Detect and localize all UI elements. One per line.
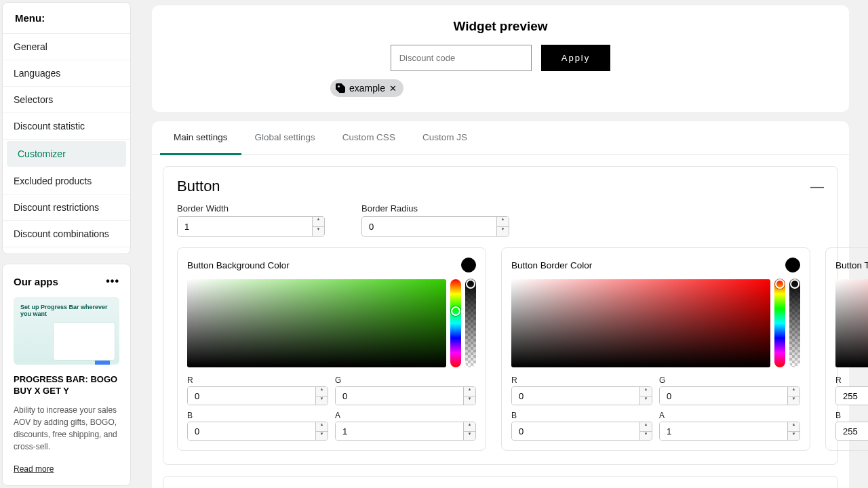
widget-preview-card: Widget preview Apply example ✕ xyxy=(152,5,849,112)
color-swatch[interactable] xyxy=(461,258,476,272)
stepper-up-icon[interactable]: ▲ xyxy=(788,387,800,396)
tag-icon xyxy=(336,83,345,93)
color-title: Button Background Color xyxy=(187,260,290,270)
button-panel: Button — Border Width ▲▼ Border Radius ▲… xyxy=(163,166,838,465)
stepper-down-icon[interactable]: ▼ xyxy=(313,227,324,237)
read-more-link[interactable]: Read more xyxy=(14,464,54,474)
menu-title: Menu: xyxy=(3,3,130,34)
stepper-up-icon[interactable]: ▲ xyxy=(640,387,652,396)
stepper-up-icon[interactable]: ▲ xyxy=(464,422,475,432)
b-input[interactable]: ▲▼ xyxy=(511,422,652,441)
r-label: R xyxy=(187,375,328,385)
color-title: Button Text Color xyxy=(835,260,868,270)
sidebar-item-discount-combinations[interactable]: Discount combinations xyxy=(3,221,130,247)
stepper-down-icon[interactable]: ▼ xyxy=(316,432,328,441)
saturation-picker[interactable] xyxy=(511,279,770,367)
tab-global-settings[interactable]: Global settings xyxy=(241,121,329,155)
border-width-label: Border Width xyxy=(177,203,325,214)
button-panel-title: Button xyxy=(177,178,220,195)
stepper-down-icon[interactable]: ▼ xyxy=(316,396,328,405)
border-radius-input[interactable]: ▲▼ xyxy=(361,216,509,237)
saturation-picker[interactable] xyxy=(187,279,446,367)
menu-card: Menu: GeneralLanguagesSelectorsDiscount … xyxy=(2,2,131,254)
a-label: A xyxy=(335,411,476,420)
stepper-up-icon[interactable]: ▲ xyxy=(464,387,475,396)
app-thumbnail[interactable]: Set up Progress Bar wherever you want xyxy=(14,297,119,365)
settings-card: Main settingsGlobal settingsCustom CSSCu… xyxy=(152,121,849,488)
g-label: G xyxy=(659,375,800,385)
sidebar-item-discount-statistic[interactable]: Discount statistic xyxy=(3,113,130,140)
stepper-up-icon[interactable]: ▲ xyxy=(640,422,652,432)
b-input[interactable]: ▲▼ xyxy=(835,422,868,441)
alpha-slider[interactable] xyxy=(465,279,476,367)
stepper-up-icon[interactable]: ▲ xyxy=(788,422,800,432)
color-card-bg: Button Background Color R▲▼G▲▼B▲▼A▲▼ xyxy=(177,247,486,451)
app-name: PROGRESS BAR: BOGO BUY X GET Y xyxy=(14,374,119,397)
a-label: A xyxy=(659,411,800,420)
sidebar-item-custom-popup[interactable]: Custom popup xyxy=(3,247,130,254)
g-input[interactable]: ▲▼ xyxy=(335,386,476,405)
color-card-text: Button Text Color R▲▼G▲▼B▲▼A▲▼ xyxy=(825,247,868,451)
stepper-up-icon[interactable]: ▲ xyxy=(316,422,328,432)
chip-remove-icon[interactable]: ✕ xyxy=(389,83,397,94)
b-input[interactable]: ▲▼ xyxy=(187,422,328,441)
stepper-up-icon[interactable]: ▲ xyxy=(313,217,324,227)
preview-title: Widget preview xyxy=(168,19,833,34)
a-input[interactable]: ▲▼ xyxy=(335,422,476,441)
a-input[interactable]: ▲▼ xyxy=(659,422,800,441)
apply-button[interactable]: Apply xyxy=(541,45,611,71)
r-input[interactable]: ▲▼ xyxy=(835,386,868,405)
stepper-down-icon[interactable]: ▼ xyxy=(640,432,652,441)
our-apps-title: Our apps xyxy=(14,276,58,287)
our-apps-card: Our apps ••• Set up Progress Bar whereve… xyxy=(2,264,131,486)
b-label: B xyxy=(511,411,652,420)
tab-custom-css[interactable]: Custom CSS xyxy=(329,121,409,155)
stepper-down-icon[interactable]: ▼ xyxy=(788,396,800,405)
stepper-down-icon[interactable]: ▼ xyxy=(497,227,509,237)
saturation-picker[interactable] xyxy=(835,279,868,367)
border-radius-label: Border Radius xyxy=(361,203,509,214)
r-label: R xyxy=(511,375,652,385)
tabs: Main settingsGlobal settingsCustom CSSCu… xyxy=(152,121,849,155)
app-description: Ability to increase your sales AOV by ad… xyxy=(14,404,119,453)
color-swatch[interactable] xyxy=(785,258,800,272)
sidebar-item-general[interactable]: General xyxy=(3,34,130,60)
discount-code-input[interactable] xyxy=(391,45,532,71)
tab-custom-js[interactable]: Custom JS xyxy=(409,121,481,155)
hue-slider[interactable] xyxy=(450,279,461,367)
g-label: G xyxy=(335,375,476,385)
border-width-input[interactable]: ▲▼ xyxy=(177,216,325,237)
sidebar-item-customizer[interactable]: Customizer xyxy=(7,141,126,167)
stepper-up-icon[interactable]: ▲ xyxy=(497,217,509,227)
g-input[interactable]: ▲▼ xyxy=(659,386,800,405)
stepper-down-icon[interactable]: ▼ xyxy=(788,432,800,441)
r-input[interactable]: ▲▼ xyxy=(511,386,652,405)
hue-slider[interactable] xyxy=(774,279,785,367)
stepper-down-icon[interactable]: ▼ xyxy=(464,432,475,441)
sidebar-item-discount-restrictions[interactable]: Discount restrictions xyxy=(3,195,130,221)
r-input[interactable]: ▲▼ xyxy=(187,386,328,405)
color-title: Button Border Color xyxy=(511,260,592,270)
discount-chip: example ✕ xyxy=(330,79,403,97)
alpha-slider[interactable] xyxy=(789,279,800,367)
sidebar-item-selectors[interactable]: Selectors xyxy=(3,87,130,113)
sidebar-item-languages[interactable]: Languages xyxy=(3,60,130,87)
b-label: B xyxy=(835,411,868,420)
sidebar-item-excluded-products[interactable]: Excluded products xyxy=(3,168,130,195)
tab-main-settings[interactable]: Main settings xyxy=(160,121,241,155)
stepper-down-icon[interactable]: ▼ xyxy=(640,396,652,405)
more-icon[interactable]: ••• xyxy=(106,275,119,287)
stepper-up-icon[interactable]: ▲ xyxy=(316,387,328,396)
input-panel: Input + xyxy=(163,476,838,488)
stepper-down-icon[interactable]: ▼ xyxy=(464,396,475,405)
chip-label: example xyxy=(349,83,385,94)
b-label: B xyxy=(187,411,328,420)
r-label: R xyxy=(835,375,868,385)
color-card-border: Button Border Color R▲▼G▲▼B▲▼A▲▼ xyxy=(501,247,810,451)
collapse-icon[interactable]: — xyxy=(810,179,824,195)
